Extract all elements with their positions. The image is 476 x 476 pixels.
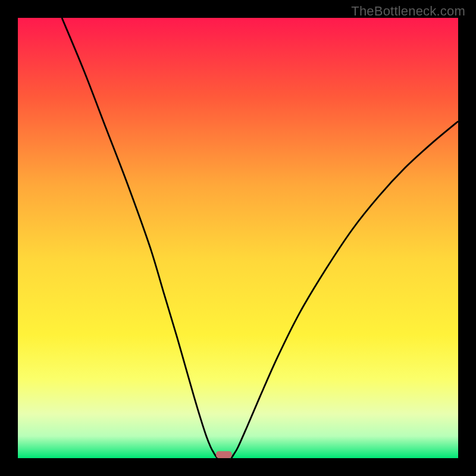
gradient-background	[18, 18, 458, 458]
chart-container: TheBottleneck.com	[0, 0, 476, 476]
plot-area	[18, 18, 458, 458]
chart-svg	[18, 18, 458, 458]
bottom-marker	[216, 451, 232, 458]
watermark-text: TheBottleneck.com	[351, 4, 465, 19]
